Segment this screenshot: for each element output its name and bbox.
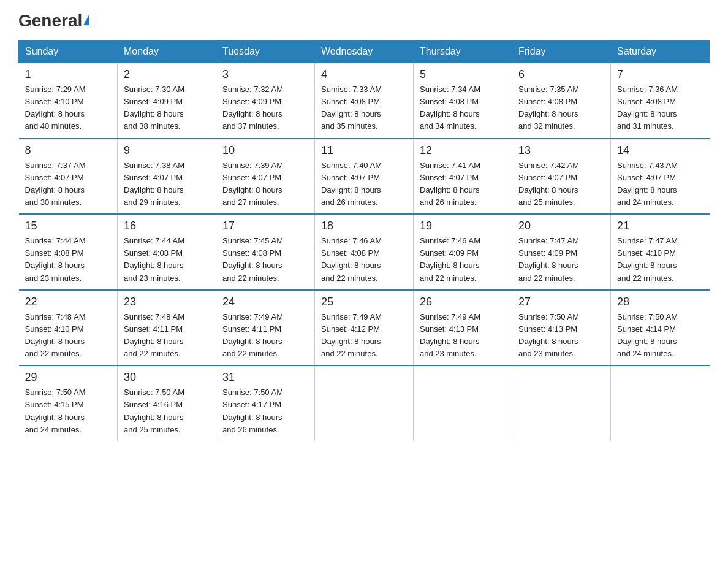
day-number: 14 xyxy=(617,144,703,157)
calendar-cell: 14Sunrise: 7:43 AMSunset: 4:07 PMDayligh… xyxy=(611,139,710,215)
day-info: Sunrise: 7:49 AMSunset: 4:11 PMDaylight:… xyxy=(222,311,308,361)
header-cell-monday: Monday xyxy=(118,41,216,63)
calendar-week-row: 8Sunrise: 7:37 AMSunset: 4:07 PMDaylight… xyxy=(19,139,710,215)
day-info: Sunrise: 7:44 AMSunset: 4:08 PMDaylight:… xyxy=(25,235,112,285)
logo-general-text: General xyxy=(18,12,89,29)
logo: General xyxy=(18,12,89,29)
day-info: Sunrise: 7:50 AMSunset: 4:17 PMDaylight:… xyxy=(222,386,308,436)
calendar-header: SundayMondayTuesdayWednesdayThursdayFrid… xyxy=(19,41,710,63)
day-info: Sunrise: 7:39 AMSunset: 4:07 PMDaylight:… xyxy=(222,159,308,209)
calendar-body: 1Sunrise: 7:29 AMSunset: 4:10 PMDaylight… xyxy=(19,63,710,441)
day-info: Sunrise: 7:43 AMSunset: 4:07 PMDaylight:… xyxy=(617,159,703,209)
day-number: 16 xyxy=(124,220,210,232)
day-info: Sunrise: 7:48 AMSunset: 4:11 PMDaylight:… xyxy=(124,311,210,361)
day-info: Sunrise: 7:50 AMSunset: 4:16 PMDaylight:… xyxy=(124,386,210,436)
header-cell-sunday: Sunday xyxy=(19,41,118,63)
day-info: Sunrise: 7:50 AMSunset: 4:14 PMDaylight:… xyxy=(617,311,703,361)
day-number: 22 xyxy=(25,296,112,308)
calendar-cell: 9Sunrise: 7:38 AMSunset: 4:07 PMDaylight… xyxy=(118,139,216,215)
calendar-cell: 21Sunrise: 7:47 AMSunset: 4:10 PMDayligh… xyxy=(611,214,710,290)
page-header: General xyxy=(18,12,710,29)
header-cell-thursday: Thursday xyxy=(414,41,512,63)
calendar-cell: 28Sunrise: 7:50 AMSunset: 4:14 PMDayligh… xyxy=(611,290,710,366)
day-number: 18 xyxy=(321,220,407,232)
day-info: Sunrise: 7:49 AMSunset: 4:13 PMDaylight:… xyxy=(420,311,506,361)
day-number: 1 xyxy=(25,68,112,81)
day-number: 6 xyxy=(518,68,604,81)
day-info: Sunrise: 7:37 AMSunset: 4:07 PMDaylight:… xyxy=(25,159,112,209)
day-number: 4 xyxy=(321,68,407,81)
day-number: 13 xyxy=(518,144,604,157)
day-number: 27 xyxy=(518,296,604,308)
header-cell-tuesday: Tuesday xyxy=(216,41,315,63)
day-number: 2 xyxy=(124,68,210,81)
calendar-cell xyxy=(414,366,512,441)
day-info: Sunrise: 7:50 AMSunset: 4:13 PMDaylight:… xyxy=(518,311,604,361)
calendar-cell: 16Sunrise: 7:44 AMSunset: 4:08 PMDayligh… xyxy=(118,214,216,290)
calendar-cell xyxy=(315,366,414,441)
day-info: Sunrise: 7:50 AMSunset: 4:15 PMDaylight:… xyxy=(25,386,112,436)
calendar-cell: 18Sunrise: 7:46 AMSunset: 4:08 PMDayligh… xyxy=(315,214,414,290)
day-number: 23 xyxy=(124,296,210,308)
calendar-cell: 6Sunrise: 7:35 AMSunset: 4:08 PMDaylight… xyxy=(512,63,611,139)
day-number: 5 xyxy=(420,68,506,81)
header-cell-saturday: Saturday xyxy=(611,41,710,63)
day-info: Sunrise: 7:40 AMSunset: 4:07 PMDaylight:… xyxy=(321,159,407,209)
day-info: Sunrise: 7:38 AMSunset: 4:07 PMDaylight:… xyxy=(124,159,210,209)
calendar-table: SundayMondayTuesdayWednesdayThursdayFrid… xyxy=(18,40,710,441)
day-number: 30 xyxy=(124,371,210,384)
calendar-cell xyxy=(611,366,710,441)
day-info: Sunrise: 7:47 AMSunset: 4:09 PMDaylight:… xyxy=(518,235,604,285)
calendar-cell: 13Sunrise: 7:42 AMSunset: 4:07 PMDayligh… xyxy=(512,139,611,215)
day-number: 12 xyxy=(420,144,506,157)
calendar-cell: 30Sunrise: 7:50 AMSunset: 4:16 PMDayligh… xyxy=(118,366,216,441)
day-number: 26 xyxy=(420,296,506,308)
calendar-cell: 31Sunrise: 7:50 AMSunset: 4:17 PMDayligh… xyxy=(216,366,315,441)
calendar-week-row: 22Sunrise: 7:48 AMSunset: 4:10 PMDayligh… xyxy=(19,290,710,366)
calendar-cell: 15Sunrise: 7:44 AMSunset: 4:08 PMDayligh… xyxy=(19,214,118,290)
calendar-week-row: 15Sunrise: 7:44 AMSunset: 4:08 PMDayligh… xyxy=(19,214,710,290)
calendar-cell: 29Sunrise: 7:50 AMSunset: 4:15 PMDayligh… xyxy=(19,366,118,441)
day-number: 3 xyxy=(222,68,308,81)
calendar-cell: 12Sunrise: 7:41 AMSunset: 4:07 PMDayligh… xyxy=(414,139,512,215)
day-number: 21 xyxy=(617,220,703,232)
day-info: Sunrise: 7:33 AMSunset: 4:08 PMDaylight:… xyxy=(321,83,407,133)
day-info: Sunrise: 7:41 AMSunset: 4:07 PMDaylight:… xyxy=(420,159,506,209)
day-info: Sunrise: 7:46 AMSunset: 4:09 PMDaylight:… xyxy=(420,235,506,285)
calendar-cell: 27Sunrise: 7:50 AMSunset: 4:13 PMDayligh… xyxy=(512,290,611,366)
day-info: Sunrise: 7:48 AMSunset: 4:10 PMDaylight:… xyxy=(25,311,112,361)
day-info: Sunrise: 7:46 AMSunset: 4:08 PMDaylight:… xyxy=(321,235,407,285)
day-number: 15 xyxy=(25,220,112,232)
calendar-cell: 23Sunrise: 7:48 AMSunset: 4:11 PMDayligh… xyxy=(118,290,216,366)
day-number: 25 xyxy=(321,296,407,308)
day-info: Sunrise: 7:29 AMSunset: 4:10 PMDaylight:… xyxy=(25,83,112,133)
day-number: 10 xyxy=(222,144,308,157)
day-number: 20 xyxy=(518,220,604,232)
calendar-cell: 5Sunrise: 7:34 AMSunset: 4:08 PMDaylight… xyxy=(414,63,512,139)
calendar-cell: 25Sunrise: 7:49 AMSunset: 4:12 PMDayligh… xyxy=(315,290,414,366)
calendar-week-row: 1Sunrise: 7:29 AMSunset: 4:10 PMDaylight… xyxy=(19,63,710,139)
day-info: Sunrise: 7:44 AMSunset: 4:08 PMDaylight:… xyxy=(124,235,210,285)
day-info: Sunrise: 7:35 AMSunset: 4:08 PMDaylight:… xyxy=(518,83,604,133)
calendar-cell: 1Sunrise: 7:29 AMSunset: 4:10 PMDaylight… xyxy=(19,63,118,139)
calendar-cell: 11Sunrise: 7:40 AMSunset: 4:07 PMDayligh… xyxy=(315,139,414,215)
day-number: 8 xyxy=(25,144,112,157)
header-cell-wednesday: Wednesday xyxy=(315,41,414,63)
day-info: Sunrise: 7:49 AMSunset: 4:12 PMDaylight:… xyxy=(321,311,407,361)
calendar-cell: 24Sunrise: 7:49 AMSunset: 4:11 PMDayligh… xyxy=(216,290,315,366)
day-info: Sunrise: 7:36 AMSunset: 4:08 PMDaylight:… xyxy=(617,83,703,133)
day-number: 7 xyxy=(617,68,703,81)
day-info: Sunrise: 7:45 AMSunset: 4:08 PMDaylight:… xyxy=(222,235,308,285)
calendar-cell: 7Sunrise: 7:36 AMSunset: 4:08 PMDaylight… xyxy=(611,63,710,139)
day-number: 31 xyxy=(222,371,308,384)
day-number: 29 xyxy=(25,371,112,384)
day-info: Sunrise: 7:42 AMSunset: 4:07 PMDaylight:… xyxy=(518,159,604,209)
day-number: 24 xyxy=(222,296,308,308)
day-info: Sunrise: 7:47 AMSunset: 4:10 PMDaylight:… xyxy=(617,235,703,285)
day-number: 9 xyxy=(124,144,210,157)
calendar-cell: 8Sunrise: 7:37 AMSunset: 4:07 PMDaylight… xyxy=(19,139,118,215)
calendar-week-row: 29Sunrise: 7:50 AMSunset: 4:15 PMDayligh… xyxy=(19,366,710,441)
calendar-cell: 17Sunrise: 7:45 AMSunset: 4:08 PMDayligh… xyxy=(216,214,315,290)
day-number: 28 xyxy=(617,296,703,308)
calendar-cell xyxy=(512,366,611,441)
